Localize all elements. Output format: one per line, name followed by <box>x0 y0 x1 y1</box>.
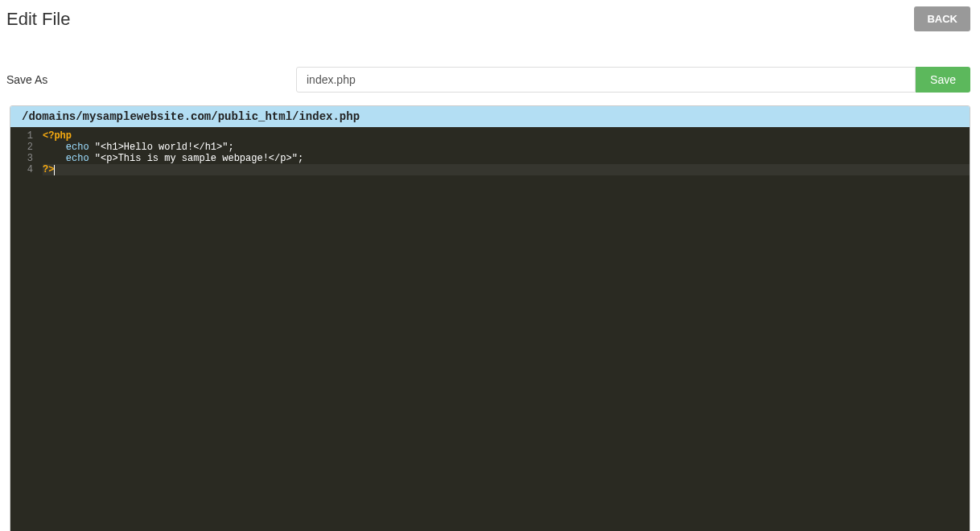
code-line[interactable]: ?> <box>43 164 970 175</box>
code-token <box>89 142 95 153</box>
code-token <box>89 153 95 164</box>
filename-input[interactable] <box>296 67 916 93</box>
code-content[interactable]: <?php echo "<h1>Hello world!</h1>"; echo… <box>38 127 970 531</box>
line-number: 1 <box>14 130 33 142</box>
code-token: <?php <box>43 130 72 142</box>
code-token: echo <box>66 153 89 164</box>
code-token: echo <box>66 142 89 153</box>
line-number: 4 <box>14 164 33 175</box>
page-title: Edit File <box>6 9 70 30</box>
code-line[interactable]: echo "<p>This is my sample webpage!</p>"… <box>43 153 970 164</box>
save-button[interactable]: Save <box>916 67 970 93</box>
code-token: "<p>This is my sample webpage!</p>" <box>95 153 298 164</box>
code-line[interactable]: echo "<h1>Hello world!</h1>"; <box>43 142 970 153</box>
code-token: ; <box>298 153 303 164</box>
code-token <box>43 142 66 153</box>
save-as-row: Save As Save <box>0 60 980 99</box>
code-token: ; <box>228 142 233 153</box>
back-button[interactable]: BACK <box>914 6 970 31</box>
code-token <box>43 153 66 164</box>
text-cursor <box>54 165 55 175</box>
code-line[interactable]: <?php <box>43 130 970 142</box>
line-number: 3 <box>14 153 33 164</box>
file-path-bar: /domains/mysamplewebsite.com/public_html… <box>10 106 970 127</box>
line-number-gutter: 1234 <box>10 127 38 531</box>
header: Edit File BACK <box>0 0 980 38</box>
code-token: ?> <box>43 164 54 175</box>
editor-container: /domains/mysamplewebsite.com/public_html… <box>10 105 970 531</box>
save-as-label: Save As <box>6 73 296 86</box>
line-number: 2 <box>14 142 33 153</box>
code-area[interactable]: 1234 <?php echo "<h1>Hello world!</h1>";… <box>10 127 970 531</box>
code-token: "<h1>Hello world!</h1>" <box>95 142 229 153</box>
